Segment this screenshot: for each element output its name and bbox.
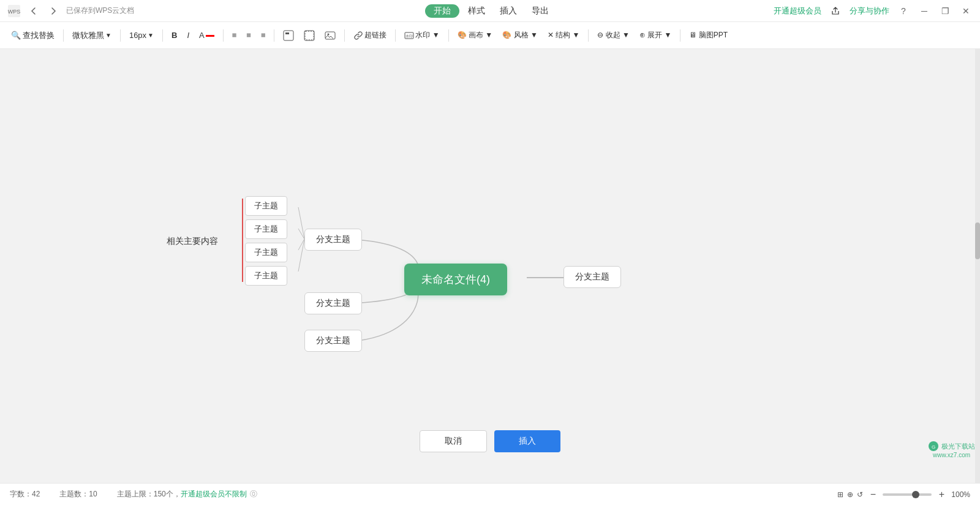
link-label: 超链接 [364, 30, 386, 40]
link-btn[interactable]: 超链接 [350, 28, 390, 42]
vip-unlimited-link[interactable]: 开通超级会员不限制 [181, 490, 247, 498]
watermark-btn[interactable]: 水印 水印 ▼ [401, 28, 443, 42]
sub-node-3[interactable]: 子主题 [245, 266, 287, 286]
layout1-btn[interactable] [279, 28, 298, 43]
find-replace-label: 查找替换 [23, 30, 55, 41]
app-logo-icon[interactable]: WPS [7, 4, 21, 18]
svg-text:G: G [932, 444, 935, 450]
maximize-icon[interactable]: ❐ [938, 4, 952, 18]
nav-start[interactable]: 开始 [425, 4, 459, 18]
help-icon[interactable]: ? [897, 4, 910, 18]
nav-insert[interactable]: 插入 [494, 4, 523, 18]
zoom-controls: ⊞ ⊕ ↺ − + 100% [837, 488, 970, 501]
chevron-down-icon: ▼ [105, 32, 111, 39]
back-icon[interactable] [27, 4, 40, 18]
topic-count-label: 主题数： [59, 490, 89, 498]
font-name: 微软雅黑 [72, 30, 104, 41]
nav-export[interactable]: 导出 [526, 4, 555, 18]
align-right-btn[interactable]: ≡ [257, 29, 270, 42]
zoom-slider[interactable] [883, 493, 932, 496]
insert-button[interactable]: 插入 [494, 430, 560, 452]
ppt-btn[interactable]: 🖥 脑图PPT [685, 28, 731, 42]
sep1 [63, 29, 64, 42]
related-label: 相关主要内容 [167, 236, 218, 247]
layout2-btn[interactable] [300, 28, 318, 43]
nav-style[interactable]: 样式 [462, 4, 491, 18]
italic-btn[interactable]: I [183, 29, 193, 42]
svg-text:WPS: WPS [8, 9, 20, 15]
watermark-logo: 极光下载站 [941, 442, 975, 451]
svg-point-7 [328, 33, 330, 35]
dialog-buttons: 取消 插入 [420, 430, 560, 452]
chevron-down-icon2: ▼ [148, 32, 154, 39]
watermark-url: www.xz7.com [933, 452, 970, 458]
sep6 [344, 29, 345, 42]
zoom-thumb [912, 491, 919, 498]
sub-node-0[interactable]: 子主题 [245, 196, 287, 216]
svg-text:水印: 水印 [405, 34, 413, 38]
zoom-out-btn[interactable]: − [867, 488, 879, 501]
save-status: 已保存到WPS云文档 [66, 6, 134, 16]
sub-node-2[interactable]: 子主题 [245, 243, 287, 262]
font-size-btn[interactable]: 16px ▼ [126, 29, 157, 42]
topic-limit-label: 主题上限：150个， [117, 490, 181, 498]
font-size-label: 16px [129, 31, 146, 40]
branch-node-top[interactable]: 分支主题 [304, 229, 362, 251]
word-count-value: 42 [32, 490, 40, 498]
word-count-label: 字数： [10, 490, 32, 498]
find-replace-btn[interactable]: 🔍 查找替换 [7, 28, 58, 43]
sep4 [223, 29, 224, 42]
svg-rect-6 [325, 32, 335, 39]
svg-rect-2 [284, 31, 293, 40]
branch-node-bot[interactable]: 分支主题 [304, 330, 362, 352]
font-color-btn[interactable]: A [195, 29, 218, 42]
watermark: G 极光下载站 www.xz7.com [928, 441, 975, 458]
close-icon[interactable]: ✕ [959, 4, 973, 18]
align-left-btn[interactable]: ≡ [228, 29, 241, 42]
help-circle-icon[interactable]: ⓪ [250, 490, 257, 498]
zoom-in-btn[interactable]: + [935, 488, 948, 501]
style-btn[interactable]: 🎨 风格 ▼ [499, 28, 541, 42]
bold-btn[interactable]: B [168, 29, 181, 42]
cancel-button[interactable]: 取消 [420, 430, 487, 452]
main-canvas: 未命名文件(4) 分支主题 分支主题 分支主题 分支主题 相关主要内容 子主题 … [0, 49, 980, 483]
sep8 [448, 29, 449, 42]
central-node[interactable]: 未命名文件(4) [404, 264, 507, 295]
canvas-btn[interactable]: 🎨 画布 ▼ [454, 28, 497, 42]
scrollbar[interactable] [975, 49, 980, 483]
svg-rect-3 [285, 32, 289, 34]
branch-node-right[interactable]: 分支主题 [564, 266, 621, 288]
image-btn[interactable] [321, 28, 339, 43]
structure-btn[interactable]: ✕ 结构 ▼ [544, 28, 584, 42]
sep3 [162, 29, 163, 42]
svg-rect-4 [304, 31, 314, 40]
sep9 [588, 29, 589, 42]
minimize-icon[interactable]: ─ [918, 4, 931, 18]
expand-btn[interactable]: ⊕ 展开 ▼ [636, 28, 676, 42]
topic-count-value: 10 [89, 490, 97, 498]
align-center-btn[interactable]: ≡ [243, 29, 255, 42]
word-count: 字数：42 [10, 489, 40, 499]
share-btn[interactable]: 分享与协作 [850, 6, 889, 17]
sep7 [395, 29, 396, 42]
vip-btn[interactable]: 开通超级会员 [774, 6, 821, 17]
zoom-percent: 100% [951, 490, 970, 499]
center-icon[interactable]: ⊕ [847, 490, 853, 499]
reset-icon[interactable]: ↺ [857, 490, 863, 499]
branch-node-mid[interactable]: 分支主题 [304, 292, 362, 314]
sep10 [680, 29, 680, 42]
search-icon: 🔍 [11, 31, 21, 40]
topic-count: 主题数：10 [59, 489, 97, 499]
topic-limit: 主题上限：150个，开通超级会员不限制 ⓪ [117, 489, 257, 499]
sub-node-1[interactable]: 子主题 [245, 219, 287, 239]
font-selector[interactable]: 微软雅黑 ▼ [69, 28, 115, 43]
sep5 [274, 29, 274, 42]
sep2 [120, 29, 121, 42]
related-bracket [242, 199, 243, 282]
font-color-label: A [199, 31, 205, 40]
fit-icon[interactable]: ⊞ [837, 490, 843, 499]
forward-icon[interactable] [47, 4, 60, 18]
scrollbar-thumb[interactable] [975, 222, 980, 259]
collapse-btn[interactable]: ⊖ 收起 ▼ [594, 28, 633, 42]
svg-rect-5 [305, 31, 314, 40]
